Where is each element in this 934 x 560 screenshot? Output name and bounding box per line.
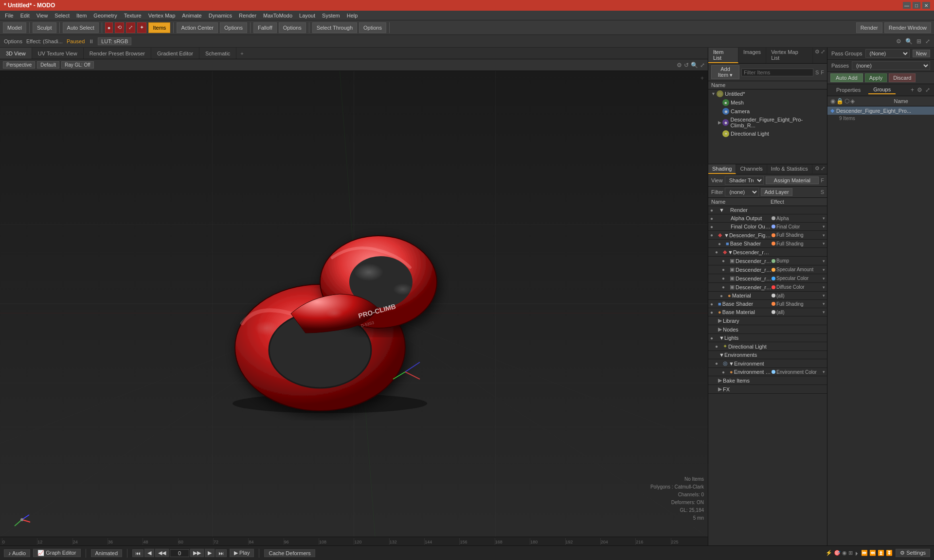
panel-settings-icon[interactable]: ⚙: [815, 49, 820, 62]
menu-help[interactable]: Help: [344, 13, 361, 18]
minimize-btn[interactable]: —: [903, 2, 911, 9]
audio-button[interactable]: ♪ Audio: [4, 549, 30, 557]
shader-row-environment[interactable]: ● ◎ ▼ Environment: [708, 359, 827, 368]
discard-button[interactable]: Discard: [889, 73, 916, 82]
tab-channels[interactable]: Channels: [736, 164, 767, 174]
grp-wire-icon[interactable]: ⬡: [844, 98, 849, 105]
expand-icon[interactable]: ▼: [718, 335, 724, 341]
vp-expand-icon[interactable]: ⤢: [700, 62, 705, 69]
menu-geometry[interactable]: Geometry: [90, 13, 120, 18]
grp-lock-icon[interactable]: 🔒: [836, 98, 844, 105]
3d-viewport[interactable]: PRO-CLIMB D-53S3 + No Items Polygons : C…: [0, 71, 708, 537]
transform-btn-1[interactable]: ●: [105, 22, 113, 33]
menu-vertex-map[interactable]: Vertex Map: [145, 13, 179, 18]
shader-tree-select[interactable]: Shader Tree: [725, 176, 764, 185]
vis-icon[interactable]: ●: [710, 301, 718, 307]
shader-row-base-shader-1[interactable]: ● ■ Base Shader Full Shading▾: [708, 240, 827, 248]
shader-row-alpha[interactable]: ● Alpha Output Alpha▾: [708, 214, 827, 223]
items-button[interactable]: Items: [148, 22, 170, 33]
frame-input[interactable]: [170, 549, 189, 557]
menu-system[interactable]: System: [319, 13, 343, 18]
menu-texture[interactable]: Texture: [121, 13, 144, 18]
add-layer-button[interactable]: Add Layer: [761, 188, 792, 196]
cache-deformers-button[interactable]: Cache Deformers: [264, 549, 315, 557]
menu-animate[interactable]: Animate: [179, 13, 204, 18]
shader-row-render[interactable]: ● ▼ Render: [708, 206, 827, 214]
pass-groups-new-button[interactable]: New: [913, 50, 930, 57]
grp-vis-icon[interactable]: ◈: [850, 98, 855, 105]
tab-3d-view[interactable]: 3D View: [0, 48, 32, 59]
window-buttons[interactable]: — □ ✕: [903, 2, 930, 9]
options-button-3[interactable]: Options: [359, 22, 386, 33]
vp-reset-icon[interactable]: ↺: [684, 62, 689, 69]
shader-row-library[interactable]: ● ▶ Library: [708, 316, 827, 325]
options-button-2[interactable]: Options: [279, 22, 306, 33]
settings-icon[interactable]: ⚙: [896, 38, 901, 45]
vis-icon[interactable]: ●: [715, 249, 723, 255]
vis-icon[interactable]: ●: [722, 369, 730, 375]
close-btn[interactable]: ✕: [922, 2, 930, 9]
render-button[interactable]: Render: [856, 22, 882, 33]
menu-select[interactable]: Select: [52, 13, 72, 18]
settings-button[interactable]: ⚙ Settings: [896, 549, 930, 557]
falloff-button[interactable]: Falloff: [253, 22, 277, 33]
menu-file[interactable]: File: [2, 13, 17, 18]
status-icon-9[interactable]: ⏬: [886, 550, 893, 556]
groups-add-icon[interactable]: +: [911, 87, 914, 93]
tree-item-light[interactable]: ▶ ✦ Directional Light: [708, 129, 827, 138]
vis-icon[interactable]: ●: [715, 344, 723, 349]
status-icon-8[interactable]: ⏫: [878, 550, 884, 556]
auto-select-button[interactable]: Auto Select: [63, 22, 99, 33]
tab-item-list[interactable]: Item List: [708, 48, 738, 63]
tree-item-descender[interactable]: ▶ ◆ Descender_Figure_Eight_Pro-Climb_R..…: [708, 116, 827, 129]
menu-layout[interactable]: Layout: [296, 13, 318, 18]
groups-expand-icon[interactable]: ⤢: [925, 87, 930, 93]
raygl-button[interactable]: Ray GL: Off: [61, 61, 94, 69]
tc-play[interactable]: ▶▶: [190, 549, 204, 557]
expand-icon[interactable]: ▼: [718, 207, 724, 213]
transform-btn-3[interactable]: ⤢: [126, 22, 135, 33]
vis-icon[interactable]: ●: [710, 216, 718, 221]
shader-row-final-color[interactable]: ● Final Color Output Final Color▾: [708, 223, 827, 231]
status-icon-7[interactable]: ⏪: [869, 550, 876, 556]
vis-icon[interactable]: ●: [715, 361, 723, 366]
pause-icon[interactable]: ⏸: [89, 38, 94, 44]
action-center-button[interactable]: Action Center: [177, 22, 218, 33]
tab-properties[interactable]: Properties: [831, 86, 865, 94]
vis-icon[interactable]: ●: [720, 293, 728, 298]
menu-view[interactable]: View: [34, 13, 51, 18]
tree-item-camera[interactable]: ▶ ◉ Camera: [708, 107, 827, 116]
shader-row-bake-items[interactable]: ● ▶ Bake Items: [708, 376, 827, 385]
shader-row-material[interactable]: ● ● Material (all)▾: [708, 292, 827, 300]
tab-images[interactable]: Images: [738, 48, 766, 63]
vis-icon[interactable]: ●: [722, 258, 730, 263]
shader-row-env-material[interactable]: ● ● Environment Material Environment Col…: [708, 368, 827, 376]
tab-add[interactable]: +: [236, 48, 247, 59]
vis-icon[interactable]: ●: [718, 241, 726, 246]
filter-f-icon[interactable]: F: [821, 70, 824, 75]
status-icon-5[interactable]: ⏵: [854, 550, 860, 556]
shader-row-environments[interactable]: ● ▼ Environments: [708, 351, 827, 359]
shader-settings-icon[interactable]: ⚙: [815, 165, 820, 173]
shader-row-red-mat-group[interactable]: ● ◆ ▼ Descender_red_MAT...: [708, 248, 827, 257]
maximize-btn[interactable]: □: [913, 2, 920, 9]
tree-item-untitled[interactable]: ▼ □ Untitled*: [708, 89, 827, 98]
play-button[interactable]: ▶ Play: [230, 549, 254, 557]
menu-maxto-modo[interactable]: MaxToModo: [260, 13, 295, 18]
status-icon-1[interactable]: ⚡: [826, 550, 832, 556]
perspective-button[interactable]: Perspective: [3, 61, 35, 69]
filter-none-select[interactable]: (none): [725, 188, 759, 196]
menu-render[interactable]: Render: [236, 13, 259, 18]
expand-icon[interactable]: ⤢: [925, 38, 930, 45]
tab-uv-texture[interactable]: UV Texture View: [32, 48, 84, 59]
shader-row-red-mat-bump[interactable]: ● ▣ Descender_red_MAT... Bump▾: [708, 257, 827, 265]
select-through-button[interactable]: Select Through: [312, 22, 357, 33]
status-icon-2[interactable]: 🎯: [834, 550, 841, 556]
vis-icon[interactable]: ●: [722, 267, 730, 272]
vp-search-icon[interactable]: 🔍: [691, 62, 698, 69]
tab-vertex-map[interactable]: Vertex Map List: [766, 48, 813, 63]
render-window-button[interactable]: Render Window: [884, 22, 931, 33]
vp-settings-icon[interactable]: ⚙: [677, 62, 682, 69]
tab-render-preset[interactable]: Render Preset Browser: [84, 48, 151, 59]
graph-editor-button[interactable]: 📈 Graph Editor: [33, 549, 80, 557]
